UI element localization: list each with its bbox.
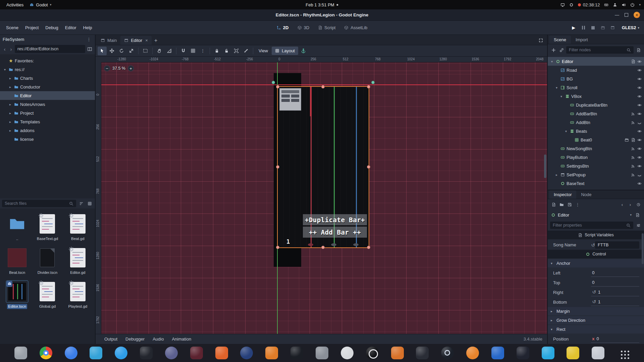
- fs-tree-item-notesarrows[interactable]: ▸NotesArrows: [0, 100, 95, 109]
- file-item-editortscn[interactable]: Editor.tscn: [3, 281, 32, 309]
- magnet-tool-button[interactable]: [179, 47, 188, 55]
- fs-tree-item-templates[interactable]: ▸Templates: [0, 117, 95, 126]
- scene-node-addbtn[interactable]: AddBtn: [548, 118, 644, 127]
- scene-node-bg[interactable]: BG: [548, 74, 644, 83]
- edited-object-row[interactable]: Editor ▾: [548, 210, 644, 220]
- section-anchor[interactable]: ▾Anchor: [548, 259, 644, 267]
- dock-icon-obs[interactable]: [366, 347, 379, 359]
- file-item-beatgd[interactable]: Beat.gd: [63, 213, 92, 242]
- visibility-icon[interactable]: [637, 68, 642, 72]
- property-value-field[interactable]: ↺1: [591, 289, 639, 296]
- revert-icon[interactable]: ↺: [592, 289, 596, 295]
- selection-handle[interactable]: [276, 165, 279, 169]
- collapse-icon[interactable]: ▾: [3, 68, 7, 71]
- scene-node-playbutton[interactable]: PlayButton: [548, 153, 644, 162]
- scene-node-road[interactable]: Road: [548, 66, 644, 74]
- thumbnail-view-button[interactable]: [86, 201, 93, 206]
- signal-icon[interactable]: [631, 112, 635, 116]
- add-node-button[interactable]: [550, 48, 557, 53]
- selection-handle[interactable]: [321, 246, 325, 249]
- clock-button[interactable]: Feb 1 3:51 PM: [306, 2, 338, 7]
- menu-scene[interactable]: Scene: [3, 21, 22, 35]
- play-button[interactable]: ▶: [569, 24, 578, 32]
- scene-node-basetext[interactable]: BaseText: [548, 179, 644, 188]
- visibility-off-icon[interactable]: [637, 173, 642, 177]
- property-value-field[interactable]: x0: [591, 336, 639, 343]
- hand-tool-button[interactable]: [155, 47, 164, 55]
- property-value-field[interactable]: 0: [591, 269, 639, 277]
- grid-tool-button[interactable]: [189, 47, 198, 55]
- scene-node-vbox[interactable]: ▾VBox: [548, 92, 644, 101]
- minimize-button[interactable]: —: [615, 12, 619, 17]
- history-back-button[interactable]: ‹: [2, 46, 7, 52]
- file-item-basetextgd[interactable]: BaseText.gd: [33, 213, 62, 242]
- file-item-playtestgd[interactable]: Playtest.gd: [63, 281, 92, 309]
- dock-icon-show-apps[interactable]: [617, 347, 630, 359]
- clapper-icon[interactable]: [625, 138, 629, 142]
- scene-node-newsongbtn[interactable]: NewSongBtn: [548, 144, 644, 153]
- current-path[interactable]: res://Editor/Editor.tscn: [15, 45, 85, 53]
- expand-icon[interactable]: ▸: [8, 85, 12, 89]
- visibility-icon[interactable]: [637, 138, 642, 142]
- dock-icon-home-folder[interactable]: [391, 347, 404, 359]
- dock-tab-node[interactable]: Node: [576, 190, 596, 199]
- bottom-tab-output[interactable]: Output: [100, 334, 121, 344]
- history-forward-button[interactable]: ›: [627, 202, 634, 207]
- zoom-level[interactable]: 37.5 %: [112, 66, 125, 71]
- fs-tree-item-res[interactable]: ▾res://: [0, 65, 95, 74]
- expand-icon[interactable]: ▸: [8, 76, 12, 80]
- dock-icon-devhub[interactable]: [491, 347, 504, 359]
- section-grow-direction[interactable]: ▸Grow Direction: [548, 316, 644, 324]
- section-margin[interactable]: ▸Margin: [548, 307, 644, 315]
- selection-handle-alt[interactable]: [371, 81, 375, 84]
- scene-node-addbarbtn[interactable]: AddBarBtn: [548, 109, 644, 118]
- dock-options-button[interactable]: ⋮: [86, 37, 92, 42]
- selection-handle[interactable]: [367, 85, 370, 88]
- collapse-icon[interactable]: ▾: [564, 129, 568, 133]
- layout-menu-button[interactable]: Layout: [272, 47, 298, 55]
- filter-properties-input[interactable]: Filter properties: [550, 222, 633, 229]
- fs-tree-item-addons[interactable]: ▸addons: [0, 126, 95, 135]
- signal-icon[interactable]: [631, 173, 635, 177]
- dock-icon-security[interactable]: [567, 347, 579, 359]
- script-icon[interactable]: [631, 138, 635, 142]
- pause-button[interactable]: [579, 24, 588, 32]
- signal-icon[interactable]: [631, 164, 635, 168]
- move-tool-button[interactable]: [107, 47, 116, 55]
- new-scene-tab-button[interactable]: +: [152, 36, 160, 45]
- zoom-in-button[interactable]: +: [128, 65, 134, 71]
- collapse-icon[interactable]: ▾: [559, 95, 564, 98]
- scene-node-beat0[interactable]: Beat0: [548, 135, 644, 144]
- split-mode-button[interactable]: [86, 47, 93, 52]
- visibility-icon[interactable]: [637, 112, 642, 116]
- duplicate-bar-button[interactable]: +Duplicate Bar+: [303, 214, 367, 225]
- scene-node-editor[interactable]: ▾Editor: [548, 57, 644, 66]
- dock-icon-steam[interactable]: [441, 347, 454, 359]
- signal-icon[interactable]: [631, 146, 635, 151]
- dock-icon-terminal[interactable]: [290, 347, 303, 359]
- rectsel-tool-button[interactable]: [141, 47, 150, 55]
- workspace-3d[interactable]: 3D: [293, 24, 313, 32]
- canvas-view[interactable]: +Duplicate Bar+ ++ Add Bar ++ 1 − 37.5 %…: [101, 62, 547, 334]
- scene-node-duplicatebarbtn[interactable]: DuplicateBarBtn: [548, 101, 644, 109]
- expand-icon[interactable]: ▸: [8, 103, 12, 106]
- signal-icon[interactable]: [631, 155, 635, 160]
- bone-tool-button[interactable]: [241, 47, 251, 55]
- dock-icon-dark-tool[interactable]: [517, 347, 529, 359]
- monitor-icon[interactable]: [560, 3, 565, 7]
- scene-node-beats[interactable]: ▾Beats: [548, 127, 644, 135]
- dock-icon-vscode[interactable]: [542, 347, 554, 359]
- dock-icon-telegram[interactable]: [115, 347, 127, 359]
- file-item-beattscn[interactable]: Beat.tscn: [3, 247, 32, 276]
- snap-options-button[interactable]: ⋮: [198, 47, 207, 55]
- person-icon[interactable]: [613, 3, 617, 7]
- selected-control-node[interactable]: +Duplicate Bar+ ++ Add Bar ++ 1: [278, 87, 369, 247]
- play-scene-button[interactable]: [598, 24, 607, 32]
- fs-tree-item-charts[interactable]: ▸Charts: [0, 74, 95, 82]
- menu-editor[interactable]: Editor: [62, 21, 80, 35]
- scene-tab-main[interactable]: Main: [97, 36, 120, 45]
- scale-tool-button[interactable]: [127, 47, 136, 55]
- file-item-globalgd[interactable]: Global.gd: [33, 281, 62, 309]
- search-files-input[interactable]: Search files: [2, 200, 76, 207]
- menu-project[interactable]: Project: [22, 21, 42, 35]
